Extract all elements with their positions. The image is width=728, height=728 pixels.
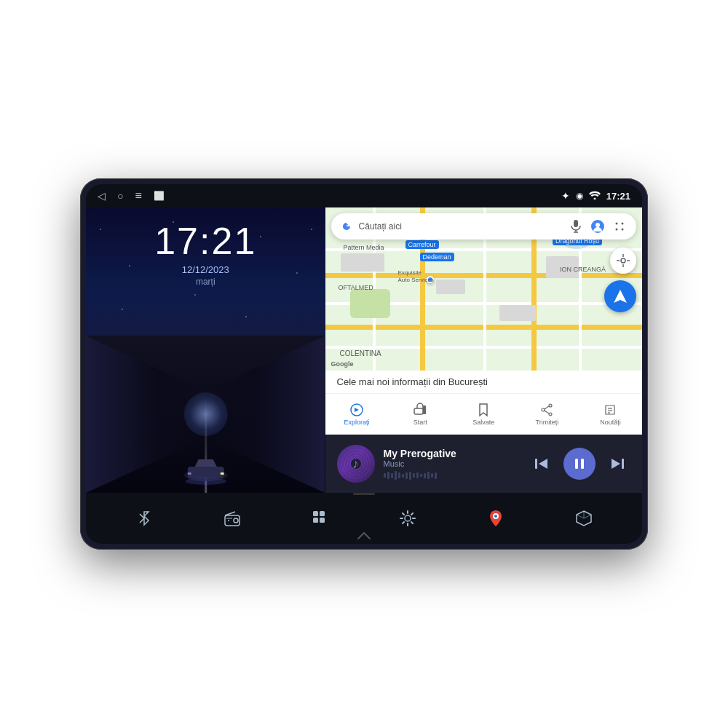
tab-salvate[interactable]: Salvate <box>452 394 515 434</box>
account-button[interactable] <box>590 218 606 234</box>
album-art: ♪ <box>337 445 375 483</box>
svg-rect-25 <box>423 405 426 414</box>
pause-icon <box>571 456 587 472</box>
maps-search-bar[interactable]: G Căutați aici <box>331 213 636 240</box>
svg-rect-40 <box>225 515 240 526</box>
back-nav-icon[interactable]: ◁ <box>98 190 106 202</box>
svg-point-41 <box>234 518 238 523</box>
svg-line-30 <box>545 411 549 414</box>
waveform-bar <box>398 472 400 478</box>
play-pause-button[interactable] <box>563 448 596 480</box>
svg-point-0 <box>593 197 596 199</box>
dock-apps[interactable] <box>302 500 339 537</box>
dock-google-maps[interactable] <box>478 500 514 537</box>
apps-icon <box>310 508 331 529</box>
waveform-bar <box>391 473 393 478</box>
music-controls <box>529 448 630 480</box>
exquisite-label: ExquisiteAuto Services <box>398 269 434 285</box>
cube-icon <box>574 508 594 529</box>
previous-button[interactable] <box>529 451 555 477</box>
bluetooth-status-icon: ✦ <box>561 190 570 202</box>
maps-menu-button[interactable] <box>612 218 628 234</box>
swipe-up-indicator[interactable] <box>357 531 371 542</box>
svg-rect-36 <box>575 459 578 469</box>
ion-creanga-label: ION CREANGĂ <box>560 266 606 273</box>
tab-trimiteti-label: Trimiteți <box>536 419 559 426</box>
bluetooth-icon <box>134 508 154 529</box>
svg-line-54 <box>577 515 584 518</box>
car-tunnel-image <box>86 336 325 493</box>
maps-section[interactable]: Pattern Media Carrefour Dedeman Dragonul… <box>325 207 642 371</box>
svg-marker-35 <box>539 459 547 469</box>
waveform-bar <box>431 473 433 478</box>
dock-3d[interactable] <box>566 500 602 537</box>
svg-point-3 <box>185 478 226 485</box>
map-location-button[interactable] <box>610 248 636 274</box>
google-maps-dock-icon <box>486 508 506 529</box>
waveform-bar <box>384 473 386 478</box>
main-content: 17:21 12/12/2023 marți <box>86 207 642 493</box>
svg-rect-8 <box>574 220 578 227</box>
menu-nav-icon[interactable]: ≡ <box>135 189 141 202</box>
music-note-icon: ♪ <box>352 456 359 472</box>
svg-line-55 <box>584 515 591 518</box>
svg-line-29 <box>545 406 549 409</box>
waveform-bar <box>413 473 415 478</box>
dock-bluetooth[interactable] <box>126 500 162 537</box>
tab-explorati[interactable]: Explorați <box>325 394 389 434</box>
home-nav-icon[interactable]: ○ <box>117 190 123 202</box>
right-panel: Pattern Media Carrefour Dedeman Dragonul… <box>325 207 642 493</box>
maps-info-text: Cele mai noi informații din București <box>337 376 488 387</box>
dedeman-label: Dedeman <box>420 253 454 261</box>
waveform-bar <box>424 473 426 478</box>
tab-noutati[interactable]: Noutăți <box>579 394 642 434</box>
map-navigate-button[interactable] <box>604 280 636 312</box>
tab-start[interactable]: Start <box>389 394 452 434</box>
status-bar: ◁ ○ ≡ ⬜ ✦ ◉ 17:21 <box>86 184 642 207</box>
dock-radio[interactable] <box>214 500 250 537</box>
tab-trimiteti[interactable]: Trimiteți <box>515 394 579 434</box>
maps-search-actions <box>568 218 628 234</box>
svg-marker-39 <box>612 459 620 469</box>
bottom-dock <box>86 493 642 544</box>
music-title: My Prerogative <box>384 448 520 459</box>
maps-info-header: Cele mai noi informații din București <box>325 371 642 394</box>
colentina-label: COLENTINA <box>340 349 381 357</box>
tunnel-perspective <box>86 336 325 493</box>
music-info: My Prerogative Music <box>384 448 520 480</box>
svg-rect-38 <box>622 459 624 469</box>
svg-point-27 <box>549 413 552 416</box>
saved-icon <box>476 403 491 417</box>
pattern-media-label: Pattern Media <box>344 244 384 251</box>
svg-rect-24 <box>414 408 423 414</box>
tab-salvate-label: Salvate <box>472 419 494 426</box>
waveform-bar <box>416 472 419 478</box>
start-icon <box>413 403 427 417</box>
waveform-bar <box>405 472 408 479</box>
music-player: ♪ My Prerogative Music <box>325 435 642 493</box>
svg-point-15 <box>616 229 618 231</box>
svg-point-17 <box>621 258 625 263</box>
svg-point-14 <box>622 223 624 225</box>
waveform-bar <box>409 472 411 480</box>
screenshot-nav-icon[interactable]: ⬜ <box>154 191 165 201</box>
dock-settings[interactable] <box>389 500 426 537</box>
waveform-bar <box>387 472 389 479</box>
radio-icon <box>222 508 242 529</box>
svg-rect-34 <box>535 459 537 469</box>
svg-rect-48 <box>320 518 325 523</box>
svg-point-12 <box>596 223 600 227</box>
next-button[interactable] <box>604 451 630 477</box>
maps-search-input[interactable]: Căutați aici <box>359 221 562 232</box>
device-frame: ◁ ○ ≡ ⬜ ✦ ◉ 17:21 <box>80 178 648 550</box>
svg-point-49 <box>405 515 411 521</box>
share-icon <box>539 403 554 417</box>
clock-day: marți <box>154 277 256 287</box>
google-watermark: Google <box>331 360 354 368</box>
dock-divider <box>353 493 375 495</box>
svg-text:G: G <box>343 223 349 231</box>
waveform-bar <box>395 471 397 480</box>
svg-point-16 <box>622 229 624 231</box>
svg-point-43 <box>228 520 229 521</box>
voice-search-button[interactable] <box>568 218 584 234</box>
